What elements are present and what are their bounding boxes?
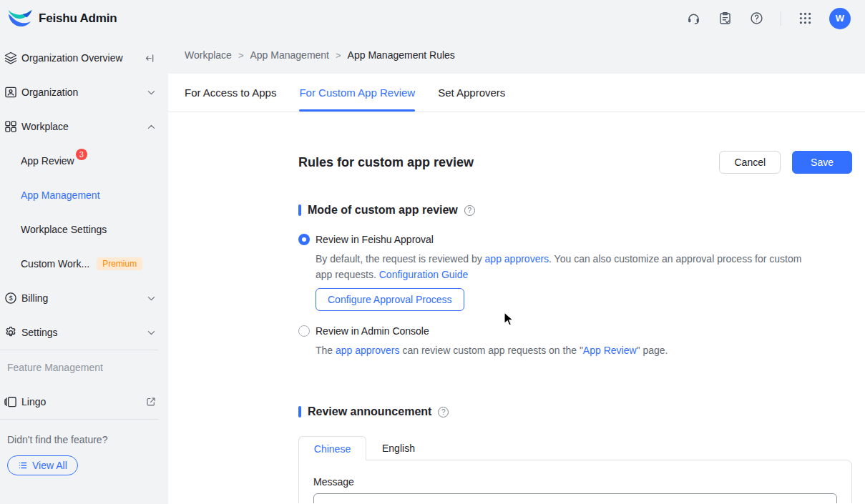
tab-bar: For Access to Apps For Custom App Review… (168, 74, 865, 112)
radio-review-in-feishu-approval[interactable]: Review in Feishu Approval (298, 234, 852, 245)
tab-for-custom-app-review[interactable]: For Custom App Review (299, 74, 415, 112)
layers-icon (4, 51, 18, 65)
sidebar-item-settings[interactable]: Settings (0, 315, 168, 350)
premium-badge: Premium (97, 257, 142, 270)
chevron-down-icon (146, 87, 157, 98)
sidebar-item-lingo[interactable]: Lingo (0, 385, 168, 419)
breadcrumb-separator: > (238, 50, 244, 61)
app-approvers-link[interactable]: app approvers (336, 345, 400, 356)
view-all-button[interactable]: View All (7, 455, 78, 475)
section-marker (298, 406, 301, 417)
lingo-icon (4, 395, 18, 409)
announcement-card: Message (298, 460, 852, 503)
sidebar: Organization Overview Organization Workp… (0, 36, 168, 504)
topbar: Feishu Admin (0, 0, 865, 36)
gear-icon (4, 325, 18, 340)
page-title: Rules for custom app review (298, 155, 474, 170)
message-input[interactable] (313, 493, 837, 503)
help-circle-icon[interactable]: ? (438, 407, 449, 417)
breadcrumb-current-page: App Management Rules (348, 49, 455, 61)
radio-label: Review in Admin Console (316, 325, 429, 337)
sidebar-item-workplace-settings[interactable]: Workplace Settings (0, 212, 168, 247)
radio-review-in-admin-console[interactable]: Review in Admin Console (298, 325, 852, 337)
save-button[interactable]: Save (792, 151, 852, 174)
sidebar-item-custom-workplace[interactable]: Custom Work... Premium (0, 247, 168, 281)
configure-approval-process-button[interactable]: Configure Approval Process (316, 288, 464, 311)
apps-grid-icon[interactable] (798, 11, 813, 26)
radio-selected-icon (298, 234, 310, 245)
tab-chinese[interactable]: Chinese (298, 436, 366, 460)
billing-icon: $ (4, 291, 18, 305)
brand-title: Feishu Admin (39, 11, 117, 26)
notification-badge: 3 (76, 149, 87, 160)
sidebar-item-label: App Management (21, 189, 100, 201)
message-label: Message (313, 476, 837, 488)
configuration-guide-link[interactable]: Configuration Guide (379, 269, 469, 280)
sidebar-divider (0, 419, 158, 420)
feishu-logo-icon (7, 8, 33, 29)
clipboard-check-icon[interactable] (718, 11, 733, 26)
mode-section-title: Mode of custom app review (308, 204, 458, 217)
radio-label: Review in Feishu Approval (316, 234, 434, 245)
tab-set-approvers[interactable]: Set Approvers (438, 74, 505, 112)
sidebar-item-label: Custom Work... (21, 258, 89, 270)
sidebar-item-label: Lingo (21, 396, 46, 407)
sidebar-item-label: Settings (21, 327, 58, 338)
chevron-down-icon (146, 327, 157, 338)
chevron-up-icon (146, 122, 157, 132)
app-review-link[interactable]: App Review (583, 345, 637, 356)
list-icon (18, 460, 28, 470)
option2-description: The app approvers can review custom app … (316, 342, 821, 358)
sidebar-item-organization[interactable]: Organization (0, 75, 168, 109)
announcement-section-title: Review announcement (308, 405, 431, 418)
sidebar-item-label: Organization Overview (21, 52, 123, 64)
content-panel: For Access to Apps For Custom App Review… (168, 74, 865, 504)
option1-description: By default, the request is reviewed by a… (316, 251, 821, 282)
breadcrumb: Workplace > App Management > App Managem… (168, 36, 865, 74)
view-all-label: View All (32, 460, 67, 471)
support-headset-icon[interactable] (686, 11, 701, 26)
sidebar-item-label: App Review (21, 155, 74, 167)
chevron-down-icon (146, 293, 157, 304)
user-avatar[interactable]: W (829, 8, 851, 29)
sidebar-item-billing[interactable]: $ Billing (0, 281, 168, 315)
breadcrumb-separator: > (336, 50, 341, 61)
help-circle-icon[interactable]: ? (464, 205, 475, 216)
tab-english[interactable]: English (366, 437, 431, 460)
collapse-sidebar-icon[interactable] (145, 52, 157, 64)
external-link-icon (145, 396, 157, 407)
app-approvers-link[interactable]: app approvers (485, 253, 549, 265)
svg-text:$: $ (9, 295, 12, 302)
sidebar-item-app-management[interactable]: App Management (0, 178, 168, 212)
breadcrumb-app-management[interactable]: App Management (250, 49, 329, 61)
sidebar-item-organization-overview[interactable]: Organization Overview (0, 41, 168, 75)
language-tabs: Chinese English (298, 436, 852, 460)
sidebar-item-label: Workplace (21, 121, 69, 132)
tab-for-access-to-apps[interactable]: For Access to Apps (185, 74, 276, 112)
organization-icon (4, 85, 18, 99)
topbar-divider (781, 11, 781, 26)
section-marker (298, 204, 301, 216)
sidebar-item-app-review[interactable]: App Review 3 (0, 144, 168, 178)
sidebar-item-label: Organization (21, 87, 78, 98)
page-content: Rules for custom app review Cancel Save … (168, 112, 865, 503)
didnt-find-text: Didn't find the feature? (7, 434, 168, 445)
workplace-grid-icon (4, 119, 18, 134)
help-icon[interactable] (749, 11, 764, 26)
breadcrumb-workplace[interactable]: Workplace (185, 49, 232, 61)
cancel-button[interactable]: Cancel (719, 151, 781, 174)
radio-unselected-icon (298, 325, 310, 337)
sidebar-item-workplace[interactable]: Workplace (0, 109, 168, 144)
sidebar-item-label: Billing (21, 292, 48, 304)
main-area: Workplace > App Management > App Managem… (168, 36, 865, 504)
sidebar-item-label: Workplace Settings (21, 224, 107, 235)
feature-management-label: Feature Management (0, 350, 168, 385)
